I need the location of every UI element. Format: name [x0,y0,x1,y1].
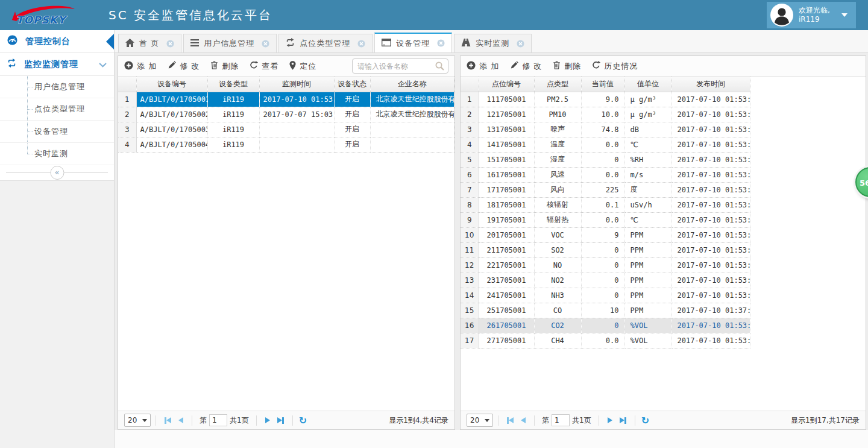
table-cell: 2017-07-10 01:53:21 [671,333,750,348]
table-row[interactable]: 17271705001CH40.0%VOL2017-07-10 01:53:21 [461,333,750,348]
table-row[interactable]: 11211705001SO20PPM2017-07-10 01:53:22 [461,242,750,257]
last-page-button[interactable] [620,417,626,424]
table-cell: A/BJLT/0/1705001 [136,92,207,107]
table-cell: ℃ [624,212,671,227]
sidebar-group-monitoring[interactable]: 监控监测管理 [0,53,114,76]
page-input[interactable] [552,414,570,426]
table-row[interactable]: 8181705001核辐射0.1uSv/h2017-07-10 01:53:21 [461,197,750,212]
table-row[interactable]: 15251705001CO10PPM2017-07-10 01:37:01 [461,303,750,318]
sidebar-item-realtime[interactable]: 实时监测 [0,143,114,165]
page-input[interactable] [209,414,227,426]
sidebar-collapse-bar: « [0,165,114,181]
column-header[interactable]: 发布时间 [671,77,750,92]
prev-page-button[interactable] [521,417,526,423]
first-page-button[interactable] [165,417,171,424]
user-menu[interactable]: 欢迎光临, iR119 [767,2,856,28]
close-icon[interactable] [262,40,269,48]
locate-button[interactable]: 定位 [289,61,316,72]
table-row[interactable]: 3131705001噪声74.8dB2017-07-10 01:53:22 [461,122,750,137]
next-page-button[interactable] [265,417,270,423]
loop-icon [286,38,295,49]
prev-page-button[interactable] [178,417,183,423]
tab-device-mgmt[interactable]: 设备管理 [374,33,452,52]
edit-button[interactable]: 修 改 [510,61,542,72]
delete-button[interactable]: 删除 [210,61,239,72]
add-button[interactable]: 添 加 [124,61,157,72]
table-row[interactable]: 10201705001VOC9PPM2017-07-10 01:53:22 [461,227,750,242]
table-cell: 111705001 [479,92,534,107]
table-cell: 0 [581,273,624,288]
table-cell: 161705001 [479,167,534,182]
device-search-input[interactable] [352,58,448,74]
page-size-select[interactable]: 20 [124,414,151,427]
table-row[interactable]: 4141705001温度0.0℃2017-07-10 01:53:22 [461,137,750,152]
first-page-button[interactable] [507,417,514,424]
table-row[interactable]: 16261705001CO20%VOL2017-07-10 01:53:22 [461,318,750,333]
table-row[interactable]: 3A/BJLT/0/1705003iR119开启 [118,122,454,137]
plus-icon [467,61,476,72]
refresh-icon[interactable]: ↻ [299,415,307,426]
divider [292,415,293,426]
table-row[interactable]: 9191705001辐射热0.0℃2017-07-10 01:53:21 [461,212,750,227]
table-row[interactable]: 2A/BJLT/0/1705002iR1192017-07-07 15:03:0… [118,107,454,122]
close-icon[interactable] [166,40,174,48]
sidebar-item-device-mgmt[interactable]: 设备管理 [0,121,114,143]
tab-home[interactable]: 首 页 [118,34,181,52]
sidebar-item-user-info[interactable]: 用户信息管理 [0,76,114,98]
divider [156,415,156,426]
refresh-icon[interactable]: ↻ [641,415,649,426]
table-row[interactable]: 1A/BJLT/0/1705001iR1192017-07-10 01:53:2… [118,92,454,107]
table-cell [370,122,454,137]
table-row[interactable]: 7171705001风向225度2017-07-10 01:53:21 [461,182,750,197]
history-button[interactable]: 历史情况 [592,61,638,72]
table-row[interactable]: 5151705001湿度0%RH2017-07-10 01:53:22 [461,152,750,167]
column-header[interactable]: 设备类型 [207,77,259,92]
close-icon[interactable] [437,39,445,47]
column-header[interactable]: 设备状态 [334,77,370,92]
refresh-icon [592,61,600,71]
toolbar-button-label: 修 改 [522,61,542,72]
table-cell: %RH [624,152,671,167]
toolbar-button-label: 定位 [300,61,316,72]
close-icon[interactable] [517,40,524,48]
column-header[interactable]: 企业名称 [370,77,454,92]
table-row[interactable]: 6161705001风速0.0m/s2017-07-10 01:53:21 [461,167,750,182]
column-header[interactable]: 点类型 [534,77,581,92]
table-cell: iR119 [207,92,259,107]
tab-realtime[interactable]: 实时监测 [454,34,532,52]
column-header[interactable]: 当前值 [581,77,624,92]
table-row[interactable]: 4A/BJLT/0/1705004iR119开启 [118,137,454,152]
delete-button[interactable]: 删除 [553,61,581,72]
table-row[interactable]: 13231705001NO20PPM2017-07-10 01:53:22 [461,273,750,288]
add-button[interactable]: 添 加 [467,61,499,72]
table-row[interactable]: 14241705001NH30PPM2017-07-10 01:53:21 [461,288,750,303]
table-row[interactable]: 1111705001PM2.59.0μ g/m³2017-07-10 01:53… [461,92,750,107]
sidebar-collapse-button[interactable]: « [50,166,64,180]
table-row[interactable]: 12221705001NO0PPM2017-07-10 01:53:21 [461,257,750,273]
sidebar-item-console[interactable]: 管理控制台 [0,30,114,53]
column-header[interactable]: 值单位 [624,77,671,92]
list-icon [190,39,199,48]
table-cell: 181705001 [479,197,534,212]
tab-point-type[interactable]: 点位类型管理 [278,34,373,52]
column-header[interactable]: 设备编号 [136,77,207,92]
last-page-button[interactable] [277,417,284,424]
column-header[interactable]: 监测时间 [259,77,334,92]
view-button[interactable]: 查看 [250,61,278,72]
row-number: 1 [118,92,136,107]
table-cell: iR119 [207,107,259,122]
search-icon [435,61,445,74]
table-cell: PM2.5 [534,92,581,107]
table-cell: dB [624,122,671,137]
table-cell: PPM [624,303,671,318]
next-page-button[interactable] [608,417,612,423]
table-cell: 171705001 [479,182,534,197]
device-toolbar: 添 加 修 改 删除 查看 定位 [118,56,454,77]
edit-button[interactable]: 修 改 [168,61,200,72]
column-header[interactable]: 点位编号 [479,77,534,92]
table-row[interactable]: 2121705001PM1010.0μ g/m³2017-07-10 01:53… [461,107,750,122]
close-icon[interactable] [357,40,365,48]
tab-user-info[interactable]: 用户信息管理 [183,34,277,52]
sidebar-item-point-type[interactable]: 点位类型管理 [0,98,114,121]
page-size-select[interactable]: 20 [467,414,493,427]
